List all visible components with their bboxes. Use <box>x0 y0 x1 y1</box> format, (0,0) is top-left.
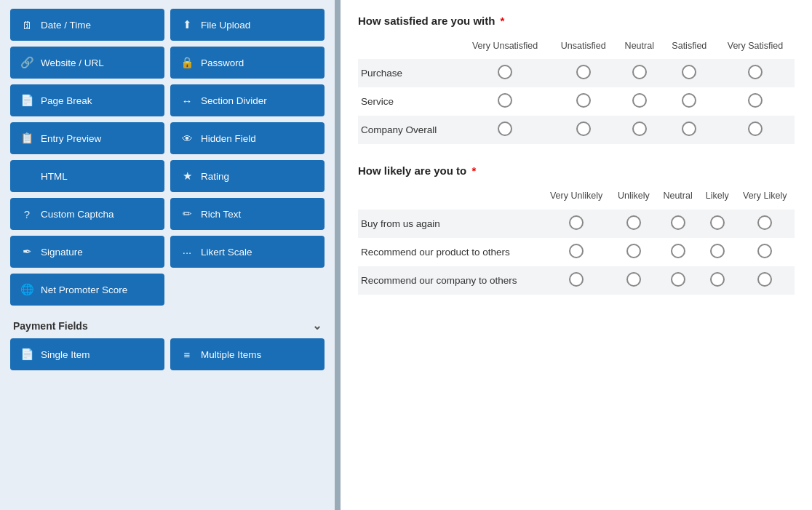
radio-circle[interactable] <box>576 93 591 108</box>
likert-scale-icon: ··· <box>180 246 194 258</box>
field-btn-rating[interactable]: ★Rating <box>170 160 325 192</box>
radio-cell-0-4[interactable] <box>716 59 795 87</box>
section-divider-icon: ↔ <box>180 95 194 107</box>
radio-cell-2-2[interactable] <box>656 266 699 295</box>
radio-cell-0-2[interactable] <box>656 210 699 238</box>
radio-circle[interactable] <box>569 215 584 230</box>
radio-circle[interactable] <box>626 244 641 258</box>
matrix-col-header-3: Likely <box>699 187 735 209</box>
radio-cell-0-0[interactable] <box>460 59 551 87</box>
radio-cell-0-1[interactable] <box>610 210 656 238</box>
password-icon: 🔒 <box>180 56 194 69</box>
field-btn-entry-preview[interactable]: 📋Entry Preview <box>10 122 164 154</box>
radio-circle[interactable] <box>710 244 725 258</box>
payment-fields-section[interactable]: Payment Fields ⌄ <box>10 311 325 338</box>
radio-cell-0-3[interactable] <box>663 59 716 87</box>
radio-cell-1-3[interactable] <box>663 87 716 116</box>
radio-cell-0-4[interactable] <box>735 210 795 238</box>
radio-circle[interactable] <box>682 121 696 136</box>
page-break-label: Page Break <box>41 95 92 106</box>
radio-cell-1-1[interactable] <box>551 87 616 116</box>
field-btn-date-time[interactable]: 🗓Date / Time <box>10 9 164 41</box>
radio-cell-2-2[interactable] <box>616 116 663 144</box>
radio-circle[interactable] <box>626 215 641 230</box>
radio-cell-2-1[interactable] <box>610 266 656 295</box>
required-indicator: * <box>471 164 476 177</box>
radio-cell-0-3[interactable] <box>699 210 735 238</box>
radio-circle[interactable] <box>682 93 696 108</box>
radio-cell-1-1[interactable] <box>610 238 656 266</box>
field-btn-net-promoter-score[interactable]: 🌐Net Promoter Score <box>10 274 164 306</box>
row-label-2: Company Overall <box>358 116 460 144</box>
field-btn-likert-scale[interactable]: ···Likert Scale <box>170 236 325 268</box>
radio-cell-2-0[interactable] <box>460 116 551 144</box>
radio-cell-2-4[interactable] <box>735 266 795 295</box>
radio-cell-1-0[interactable] <box>542 238 611 266</box>
radio-circle[interactable] <box>576 121 591 136</box>
radio-circle[interactable] <box>632 93 647 108</box>
radio-circle[interactable] <box>757 244 772 258</box>
required-indicator: * <box>501 15 505 27</box>
field-btn-section-divider[interactable]: ↔Section Divider <box>170 84 325 116</box>
radio-cell-2-3[interactable] <box>699 266 735 295</box>
field-btn-file-upload[interactable]: ⬆File Upload <box>170 9 325 41</box>
radio-cell-1-2[interactable] <box>616 87 663 116</box>
single-item-label: Single Item <box>41 349 90 360</box>
custom-captcha-icon: ? <box>20 208 33 220</box>
matrix-empty-header <box>358 187 542 209</box>
radio-circle[interactable] <box>748 121 763 136</box>
survey-question-likelihood: How likely are you to * <box>358 164 795 177</box>
radio-circle[interactable] <box>671 272 685 287</box>
matrix-table-likelihood: Very UnlikelyUnlikelyNeutralLikelyVery L… <box>358 187 795 294</box>
radio-cell-0-0[interactable] <box>542 210 611 238</box>
field-grid: 🗓Date / Time⬆File Upload🔗Website / URL🔒P… <box>10 9 325 306</box>
radio-cell-1-4[interactable] <box>735 238 795 266</box>
radio-circle[interactable] <box>710 215 725 230</box>
radio-circle[interactable] <box>748 93 763 108</box>
radio-cell-2-1[interactable] <box>551 116 616 144</box>
radio-circle[interactable] <box>671 244 685 258</box>
rich-text-label: Rich Text <box>201 209 241 220</box>
radio-cell-2-4[interactable] <box>716 116 795 144</box>
radio-circle[interactable] <box>498 121 512 136</box>
radio-circle[interactable] <box>569 244 584 258</box>
radio-circle[interactable] <box>576 65 591 79</box>
field-btn-website-url[interactable]: 🔗Website / URL <box>10 47 164 79</box>
radio-circle[interactable] <box>748 65 763 79</box>
radio-circle[interactable] <box>632 121 647 136</box>
field-btn-html[interactable]: HTML <box>10 160 164 192</box>
radio-circle[interactable] <box>569 272 584 287</box>
radio-cell-1-2[interactable] <box>656 238 699 266</box>
radio-cell-0-2[interactable] <box>616 59 663 87</box>
radio-circle[interactable] <box>498 93 512 108</box>
field-btn-single-item[interactable]: 📄Single Item <box>10 338 164 370</box>
hidden-field-label: Hidden Field <box>201 133 256 144</box>
radio-circle[interactable] <box>498 65 512 79</box>
radio-circle[interactable] <box>757 215 772 230</box>
radio-cell-1-0[interactable] <box>460 87 551 116</box>
field-btn-custom-captcha[interactable]: ?Custom Captcha <box>10 198 164 230</box>
field-btn-password[interactable]: 🔒Password <box>170 47 325 79</box>
radio-circle[interactable] <box>757 272 772 287</box>
radio-circle[interactable] <box>626 272 641 287</box>
radio-cell-1-3[interactable] <box>699 238 735 266</box>
table-row: Recommend our product to others <box>358 238 795 266</box>
field-btn-page-break[interactable]: 📄Page Break <box>10 84 164 116</box>
field-btn-hidden-field[interactable]: 👁Hidden Field <box>170 122 325 154</box>
field-btn-multiple-items[interactable]: ≡Multiple Items <box>170 338 325 370</box>
matrix-empty-header <box>358 37 460 59</box>
radio-cell-2-0[interactable] <box>542 266 611 295</box>
radio-circle[interactable] <box>632 65 647 79</box>
single-item-icon: 📄 <box>20 348 33 361</box>
radio-cell-0-1[interactable] <box>551 59 616 87</box>
radio-cell-2-3[interactable] <box>663 116 716 144</box>
radio-circle[interactable] <box>710 272 725 287</box>
radio-circle[interactable] <box>682 65 696 79</box>
radio-cell-1-4[interactable] <box>716 87 795 116</box>
radio-circle[interactable] <box>671 215 685 230</box>
field-btn-rich-text[interactable]: ✏Rich Text <box>170 198 325 230</box>
matrix-table-satisfaction: Very UnsatisfiedUnsatisfiedNeutralSatisf… <box>358 37 795 144</box>
matrix-col-header-0: Very Unlikely <box>542 187 611 209</box>
field-btn-signature[interactable]: ✒Signature <box>10 236 164 268</box>
custom-captcha-label: Custom Captcha <box>41 209 114 220</box>
